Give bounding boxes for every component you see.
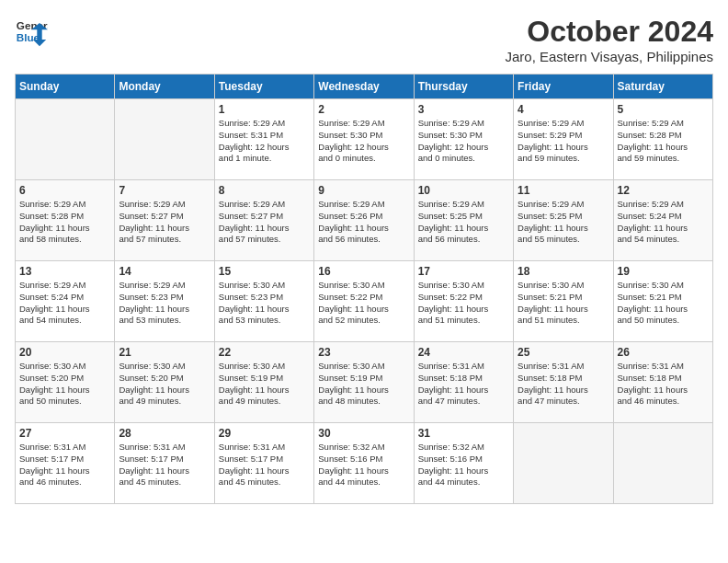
calendar-cell: 27Sunrise: 5:31 AM Sunset: 5:17 PM Dayli… [16, 423, 115, 504]
cell-info: Sunrise: 5:30 AM Sunset: 5:22 PM Dayligh… [418, 280, 509, 327]
cell-info: Sunrise: 5:29 AM Sunset: 5:28 PM Dayligh… [618, 118, 709, 165]
cell-info: Sunrise: 5:29 AM Sunset: 5:27 PM Dayligh… [119, 199, 210, 246]
calendar-cell: 13Sunrise: 5:29 AM Sunset: 5:24 PM Dayli… [16, 261, 115, 342]
cell-info: Sunrise: 5:30 AM Sunset: 5:21 PM Dayligh… [618, 280, 709, 327]
calendar-week-row: 13Sunrise: 5:29 AM Sunset: 5:24 PM Dayli… [16, 261, 713, 342]
calendar-cell: 31Sunrise: 5:32 AM Sunset: 5:16 PM Dayli… [414, 423, 513, 504]
weekday-header: Monday [115, 75, 214, 99]
cell-info: Sunrise: 5:29 AM Sunset: 5:23 PM Dayligh… [119, 280, 210, 327]
calendar-cell: 9Sunrise: 5:29 AM Sunset: 5:26 PM Daylig… [314, 180, 414, 261]
cell-info: Sunrise: 5:29 AM Sunset: 5:30 PM Dayligh… [318, 118, 409, 165]
cell-info: Sunrise: 5:31 AM Sunset: 5:17 PM Dayligh… [219, 442, 310, 488]
day-number: 8 [219, 184, 310, 197]
calendar-cell: 7Sunrise: 5:29 AM Sunset: 5:27 PM Daylig… [115, 180, 214, 261]
day-number: 23 [318, 346, 409, 359]
calendar-week-row: 20Sunrise: 5:30 AM Sunset: 5:20 PM Dayli… [16, 342, 713, 423]
cell-info: Sunrise: 5:30 AM Sunset: 5:19 PM Dayligh… [219, 361, 310, 408]
day-number: 1 [219, 103, 310, 116]
day-number: 30 [318, 427, 409, 440]
calendar-cell: 11Sunrise: 5:29 AM Sunset: 5:25 PM Dayli… [514, 180, 613, 261]
weekday-header: Saturday [613, 75, 712, 99]
cell-info: Sunrise: 5:30 AM Sunset: 5:22 PM Dayligh… [318, 280, 409, 327]
day-number: 26 [618, 346, 709, 359]
day-number: 18 [518, 265, 609, 278]
calendar-cell: 18Sunrise: 5:30 AM Sunset: 5:21 PM Dayli… [514, 261, 613, 342]
calendar-cell: 17Sunrise: 5:30 AM Sunset: 5:22 PM Dayli… [414, 261, 513, 342]
calendar-cell: 6Sunrise: 5:29 AM Sunset: 5:28 PM Daylig… [16, 180, 115, 261]
cell-info: Sunrise: 5:30 AM Sunset: 5:23 PM Dayligh… [219, 280, 310, 327]
calendar-cell: 5Sunrise: 5:29 AM Sunset: 5:28 PM Daylig… [613, 99, 712, 180]
day-number: 9 [318, 184, 409, 197]
day-number: 2 [318, 103, 409, 116]
calendar-cell: 30Sunrise: 5:32 AM Sunset: 5:16 PM Dayli… [314, 423, 414, 504]
calendar-table: SundayMondayTuesdayWednesdayThursdayFrid… [15, 74, 713, 504]
day-number: 22 [219, 346, 310, 359]
day-number: 6 [19, 184, 110, 197]
day-number: 10 [418, 184, 509, 197]
calendar-cell [115, 99, 214, 180]
day-number: 11 [518, 184, 609, 197]
day-number: 20 [19, 346, 110, 359]
cell-info: Sunrise: 5:31 AM Sunset: 5:17 PM Dayligh… [119, 442, 210, 488]
logo: General Blue [15, 15, 48, 48]
day-number: 17 [418, 265, 509, 278]
calendar-cell: 20Sunrise: 5:30 AM Sunset: 5:20 PM Dayli… [16, 342, 115, 423]
cell-info: Sunrise: 5:32 AM Sunset: 5:16 PM Dayligh… [318, 442, 409, 488]
calendar-week-row: 1Sunrise: 5:29 AM Sunset: 5:31 PM Daylig… [16, 99, 713, 180]
day-number: 14 [119, 265, 210, 278]
calendar-cell: 23Sunrise: 5:30 AM Sunset: 5:19 PM Dayli… [314, 342, 414, 423]
svg-text:General: General [17, 19, 48, 31]
weekday-header: Sunday [16, 75, 115, 99]
cell-info: Sunrise: 5:29 AM Sunset: 5:31 PM Dayligh… [219, 118, 310, 165]
calendar-cell: 10Sunrise: 5:29 AM Sunset: 5:25 PM Dayli… [414, 180, 513, 261]
calendar-cell: 4Sunrise: 5:29 AM Sunset: 5:29 PM Daylig… [514, 99, 613, 180]
day-number: 7 [119, 184, 210, 197]
day-number: 29 [219, 427, 310, 440]
calendar-week-row: 27Sunrise: 5:31 AM Sunset: 5:17 PM Dayli… [16, 423, 713, 504]
page-header: General Blue October 2024 Jaro, Eastern … [15, 15, 713, 64]
cell-info: Sunrise: 5:29 AM Sunset: 5:25 PM Dayligh… [418, 199, 509, 246]
calendar-cell: 15Sunrise: 5:30 AM Sunset: 5:23 PM Dayli… [214, 261, 313, 342]
calendar-cell: 1Sunrise: 5:29 AM Sunset: 5:31 PM Daylig… [214, 99, 313, 180]
calendar-cell [613, 423, 712, 504]
calendar-cell [16, 99, 115, 180]
day-number: 28 [119, 427, 210, 440]
calendar-week-row: 6Sunrise: 5:29 AM Sunset: 5:28 PM Daylig… [16, 180, 713, 261]
cell-info: Sunrise: 5:30 AM Sunset: 5:19 PM Dayligh… [318, 361, 409, 408]
cell-info: Sunrise: 5:29 AM Sunset: 5:30 PM Dayligh… [418, 118, 509, 165]
day-number: 24 [418, 346, 509, 359]
calendar-cell: 24Sunrise: 5:31 AM Sunset: 5:18 PM Dayli… [414, 342, 513, 423]
day-number: 31 [418, 427, 509, 440]
calendar-cell: 25Sunrise: 5:31 AM Sunset: 5:18 PM Dayli… [514, 342, 613, 423]
day-number: 15 [219, 265, 310, 278]
day-number: 3 [418, 103, 509, 116]
calendar-cell: 16Sunrise: 5:30 AM Sunset: 5:22 PM Dayli… [314, 261, 414, 342]
calendar-cell: 14Sunrise: 5:29 AM Sunset: 5:23 PM Dayli… [115, 261, 214, 342]
cell-info: Sunrise: 5:31 AM Sunset: 5:18 PM Dayligh… [618, 361, 709, 408]
cell-info: Sunrise: 5:29 AM Sunset: 5:24 PM Dayligh… [19, 280, 110, 327]
calendar-cell: 2Sunrise: 5:29 AM Sunset: 5:30 PM Daylig… [314, 99, 414, 180]
cell-info: Sunrise: 5:30 AM Sunset: 5:21 PM Dayligh… [518, 280, 609, 327]
calendar-cell: 8Sunrise: 5:29 AM Sunset: 5:27 PM Daylig… [214, 180, 313, 261]
calendar-cell: 28Sunrise: 5:31 AM Sunset: 5:17 PM Dayli… [115, 423, 214, 504]
cell-info: Sunrise: 5:29 AM Sunset: 5:27 PM Dayligh… [219, 199, 310, 246]
cell-info: Sunrise: 5:31 AM Sunset: 5:17 PM Dayligh… [19, 442, 110, 488]
cell-info: Sunrise: 5:29 AM Sunset: 5:28 PM Dayligh… [19, 199, 110, 246]
weekday-header: Thursday [414, 75, 513, 99]
calendar-header-row: SundayMondayTuesdayWednesdayThursdayFrid… [16, 75, 713, 99]
cell-info: Sunrise: 5:31 AM Sunset: 5:18 PM Dayligh… [418, 361, 509, 408]
cell-info: Sunrise: 5:31 AM Sunset: 5:18 PM Dayligh… [518, 361, 609, 408]
calendar-cell: 21Sunrise: 5:30 AM Sunset: 5:20 PM Dayli… [115, 342, 214, 423]
logo-icon: General Blue [15, 15, 48, 48]
day-number: 19 [618, 265, 709, 278]
location-title: Jaro, Eastern Visayas, Philippines [505, 49, 713, 64]
day-number: 16 [318, 265, 409, 278]
calendar-cell [514, 423, 613, 504]
cell-info: Sunrise: 5:29 AM Sunset: 5:25 PM Dayligh… [518, 199, 609, 246]
weekday-header: Tuesday [214, 75, 313, 99]
weekday-header: Wednesday [314, 75, 414, 99]
day-number: 21 [119, 346, 210, 359]
calendar-cell: 22Sunrise: 5:30 AM Sunset: 5:19 PM Dayli… [214, 342, 313, 423]
title-area: October 2024 Jaro, Eastern Visayas, Phil… [505, 15, 713, 64]
calendar-cell: 12Sunrise: 5:29 AM Sunset: 5:24 PM Dayli… [613, 180, 712, 261]
